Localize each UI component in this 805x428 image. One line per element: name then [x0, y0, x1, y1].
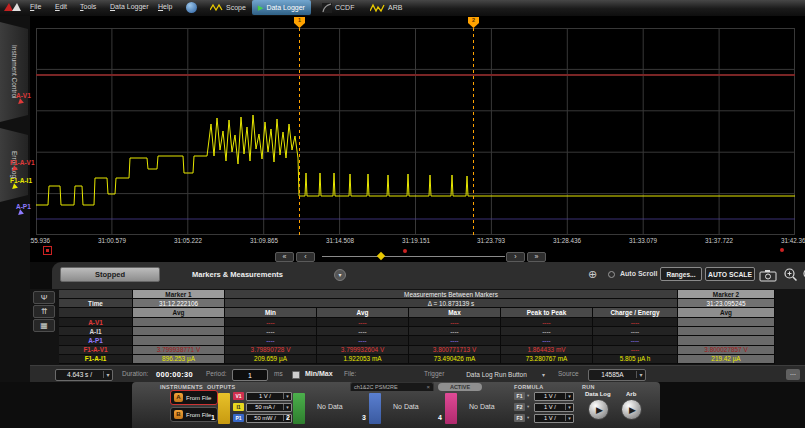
minmax-checkbox[interactable] — [292, 371, 300, 379]
auto-scale-button[interactable]: AUTO SCALE — [705, 267, 755, 281]
col-header-m2-avg: Avg — [678, 308, 775, 318]
table-cell — [133, 318, 225, 327]
menu-file[interactable]: File — [30, 3, 41, 10]
menu-edit[interactable]: Edit — [55, 3, 67, 10]
info-icon[interactable] — [186, 2, 197, 13]
channel-label-a-v1[interactable]: A-V1 — [16, 92, 31, 105]
waveform-plot[interactable] — [36, 28, 795, 235]
channel-arrow-icon — [12, 183, 19, 190]
channel-label-f1-a-i1[interactable]: F1-A-I1 — [10, 177, 32, 190]
f2-scale-dropdown[interactable]: 1 V /▾ — [534, 403, 574, 412]
probe-tool-icon[interactable]: Ψ — [33, 291, 55, 304]
scroll-track[interactable] — [322, 256, 505, 257]
trigger-dropdown[interactable]: Data Log Run Button▾ — [454, 369, 548, 381]
table-cell — [678, 336, 775, 345]
tab-arb[interactable]: ARB — [364, 0, 408, 15]
scroll-end-button[interactable]: » — [527, 252, 546, 262]
ranges-button[interactable]: Ranges... — [660, 267, 702, 281]
settings-bar: 4.643 s /▾ Duration: 000:00:30 Period: 1… — [30, 365, 805, 382]
f3-scale-dropdown[interactable]: 1 V /▾ — [534, 414, 574, 423]
instrument-panel: INSTRUMENTS A From File B From File ▶ OU… — [0, 382, 805, 428]
event-dot — [403, 249, 407, 253]
tab-scope[interactable]: Scope — [204, 0, 252, 15]
measurements-table: Marker 1 Measurements Between Markers Ma… — [59, 290, 775, 364]
scroll-next-button[interactable]: › — [506, 252, 525, 262]
panel-collapse-icon[interactable]: ▾ — [334, 269, 346, 281]
table-cell: 1.922053 mA — [317, 355, 409, 364]
arb-play-button[interactable]: ▶ — [621, 399, 642, 420]
time-header: Time — [59, 299, 133, 308]
f1-badge: F1 — [514, 392, 525, 400]
datalog-play-button[interactable]: ▶ — [588, 399, 609, 420]
channel-3-bar[interactable] — [369, 393, 381, 424]
menu-help[interactable]: Help — [158, 3, 172, 10]
sidebar-tab-instrument-control[interactable]: Instrument Control — [0, 22, 28, 122]
active-pill[interactable]: ACTIVE — [438, 383, 482, 391]
f3-badge: F3 — [514, 414, 525, 422]
menu-tools[interactable]: Tools — [80, 3, 96, 10]
marker2-time: 31:23.095245 — [678, 299, 775, 308]
period-input[interactable]: 1 — [232, 369, 268, 381]
chevron-down-icon: ▾ — [565, 404, 573, 410]
tab-ccdf[interactable]: CCDF — [316, 0, 360, 15]
outputs-header: OUTPUTS — [207, 384, 235, 390]
dataset-tab[interactable]: ch1&2C PSM2RE × — [350, 382, 434, 391]
marker1-header[interactable]: Marker 1 — [133, 290, 225, 299]
menu-data-logger[interactable]: Data Logger — [110, 3, 149, 10]
channel-2-number: 2 — [286, 414, 290, 421]
close-icon[interactable]: × — [426, 384, 430, 390]
grid-tool-icon[interactable]: ▦ — [33, 319, 55, 332]
col-header-peak-to-peak: Peak to Peak — [501, 308, 593, 318]
x-tick: 31:37.722 — [705, 237, 733, 244]
crosshair-icon[interactable]: ⊕ — [588, 268, 597, 281]
col-header-max: Max — [409, 308, 501, 318]
i1-scale-dropdown[interactable]: 50 mA /▾ — [246, 403, 292, 412]
chart-toolbar: Stopped Markers & Measurements ▾ ⊕ Auto … — [52, 262, 805, 289]
markers-tool-icon[interactable]: ⇈ — [33, 305, 55, 318]
channel-2-bar[interactable] — [293, 393, 305, 424]
v1-scale-dropdown[interactable]: 1 V /▾ — [246, 392, 292, 401]
auto-scroll-toggle[interactable] — [608, 271, 615, 278]
f1-scale-dropdown[interactable]: 1 V /▾ — [534, 392, 574, 401]
source-dropdown[interactable]: 14585A▾ — [588, 369, 646, 381]
chevron-down-icon[interactable]: ▾ — [527, 404, 529, 409]
table-cell: ---- — [501, 327, 593, 336]
more-button[interactable]: ... — [786, 369, 800, 380]
scroll-start-button[interactable]: « — [275, 252, 294, 262]
chevron-down-icon[interactable]: ▾ — [527, 393, 529, 398]
channel-4-bar[interactable] — [445, 393, 457, 424]
table-cell: ---- — [225, 327, 317, 336]
x-tick: 31:33.079 — [629, 237, 657, 244]
left-sidebar: Instrument Control Error Log — [0, 16, 30, 428]
scroll-position-handle[interactable] — [377, 252, 385, 260]
table-cell — [678, 318, 775, 327]
table-cell: ---- — [593, 318, 678, 327]
screenshot-icon[interactable] — [759, 269, 778, 282]
marker2-header[interactable]: Marker 2 — [678, 290, 775, 299]
x-tick: 31:42.365 — [781, 237, 805, 244]
channel-1-bar[interactable] — [218, 393, 230, 424]
table-cell: 3.799932604 V — [317, 346, 409, 355]
channel-arrow-icon — [18, 98, 25, 105]
instrument-a-button[interactable]: A From File — [170, 390, 218, 405]
period-unit: ms — [274, 370, 283, 377]
chevron-down-icon: ▾ — [283, 393, 291, 399]
zoom-in-icon[interactable] — [783, 267, 799, 283]
table-row-label: F1-A-V1 — [59, 346, 133, 355]
table-cell: ---- — [225, 318, 317, 327]
chevron-down-icon[interactable]: ▾ — [527, 415, 529, 420]
table-cell: ---- — [225, 336, 317, 345]
timescale-dropdown[interactable]: 4.643 s /▾ — [55, 369, 113, 381]
chevron-down-icon: ▾ — [539, 371, 548, 378]
chevron-down-icon: ▾ — [636, 371, 645, 378]
scroll-prev-button[interactable]: ‹ — [296, 252, 315, 262]
channel-label-a-p1[interactable]: A-P1 — [16, 203, 31, 216]
channel-2-status: No Data — [317, 403, 343, 410]
status-stopped-button[interactable]: Stopped — [60, 267, 160, 282]
marker1-flag[interactable]: 1 — [294, 17, 305, 28]
table-cell — [133, 327, 225, 336]
channel-label-f1-a-v1[interactable]: F1-A-V1 — [10, 159, 35, 172]
table-cell: ---- — [593, 346, 678, 355]
tab-data-logger[interactable]: ▶ Data Logger — [252, 0, 311, 15]
marker2-flag[interactable]: 2 — [468, 17, 479, 28]
